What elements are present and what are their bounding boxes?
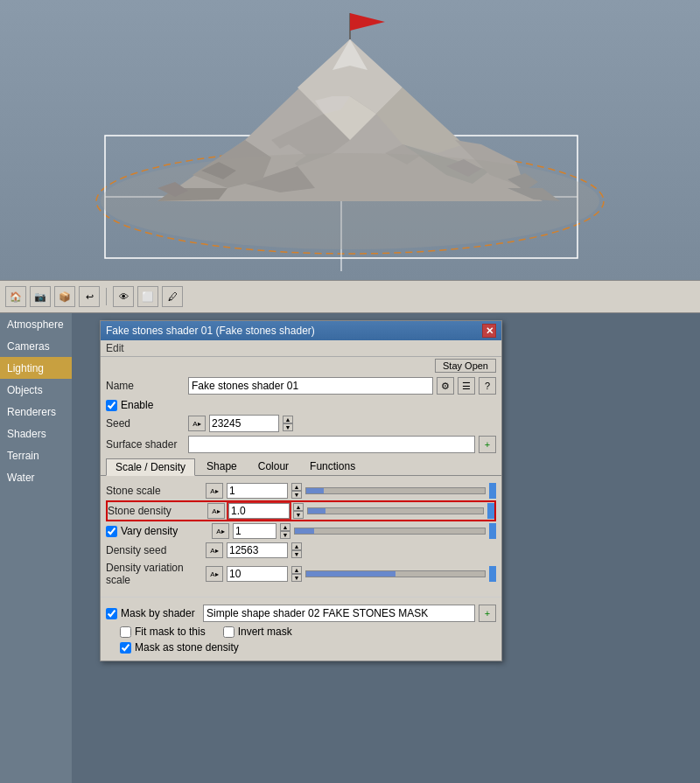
mask-by-shader-label: Mask by shader [121, 607, 200, 619]
name-label: Name [106, 380, 185, 392]
toolbar-edit-btn[interactable]: 🖊 [162, 286, 183, 307]
stone-scale-row: Stone scale A▸ ▲ ▼ [106, 481, 496, 500]
vary-density-anim-btn[interactable]: A▸ [212, 523, 229, 539]
seed-row: Seed A▸ ▲ ▼ [101, 413, 501, 434]
stone-density-blue-btn[interactable] [487, 503, 494, 519]
vary-density-checkbox[interactable] [106, 526, 117, 537]
fit-mask-checkbox[interactable] [120, 626, 131, 638]
toolbar-eye-btn[interactable]: 👁 [113, 286, 134, 307]
mask-as-stone-checkbox[interactable] [120, 642, 131, 654]
vary-density-label: Vary density [121, 525, 208, 537]
surface-shader-label: Surface shader [106, 438, 185, 451]
dialog-tabs: Scale / Density Shape Colour Functions [101, 455, 501, 476]
seed-up[interactable]: ▲ [283, 416, 293, 423]
stone-density-input[interactable] [228, 503, 290, 519]
seed-input[interactable] [209, 415, 279, 432]
toolbar-camera-btn[interactable]: 📷 [30, 286, 51, 307]
shader-dialog: Fake stones shader 01 (Fake stones shade… [100, 320, 502, 661]
dialog-close-button[interactable]: ✕ [482, 324, 496, 338]
mask-shader-input[interactable] [203, 605, 475, 622]
tab-shape[interactable]: Shape [197, 458, 247, 475]
stone-density-slider[interactable] [307, 507, 484, 514]
stone-scale-slider-fill [306, 488, 324, 493]
svg-point-25 [101, 153, 599, 249]
density-seed-down[interactable]: ▼ [291, 550, 302, 558]
stone-density-anim-btn[interactable]: A▸ [207, 503, 225, 519]
mask-by-shader-checkbox[interactable] [106, 608, 117, 619]
density-variation-down[interactable]: ▼ [291, 574, 302, 582]
tab-scale-density[interactable]: Scale / Density [106, 458, 195, 476]
mask-as-stone-row: Mask as stone density [106, 640, 496, 655]
seed-down[interactable]: ▼ [283, 423, 293, 431]
dialog-tab-content: Stone scale A▸ ▲ ▼ Stone density A▸ [101, 476, 501, 593]
vary-density-slider[interactable] [294, 528, 486, 535]
density-seed-anim-btn[interactable]: A▸ [206, 542, 223, 558]
density-variation-slider-fill [306, 571, 396, 577]
fit-mask-label: Fit mask to this [120, 626, 206, 638]
name-list-icon[interactable]: ☰ [458, 377, 475, 395]
density-variation-spinners: ▲ ▼ [291, 566, 302, 582]
sidebar-item-terrain[interactable]: Terrain [0, 444, 72, 466]
stone-scale-up[interactable]: ▲ [291, 483, 302, 491]
toolbar-home-btn[interactable]: 🏠 [5, 286, 26, 307]
tab-functions[interactable]: Functions [300, 458, 365, 475]
sidebar-item-cameras[interactable]: Cameras [0, 335, 72, 357]
name-help-icon[interactable]: ? [479, 377, 496, 395]
sidebar: Atmosphere Cameras Lighting Objects Rend… [0, 313, 72, 783]
invert-mask-label: Invert mask [223, 626, 292, 638]
enable-row: Enable [101, 397, 501, 413]
name-row: Name ⚙ ☰ ? [101, 374, 501, 397]
enable-checkbox[interactable] [106, 400, 117, 411]
vary-density-down[interactable]: ▼ [280, 531, 290, 539]
surface-shader-input[interactable] [188, 436, 475, 453]
surface-shader-row: Surface shader + [101, 434, 501, 455]
name-settings-icon[interactable]: ⚙ [437, 377, 454, 395]
stone-scale-down[interactable]: ▼ [291, 491, 302, 499]
density-seed-up[interactable]: ▲ [291, 542, 302, 550]
mask-by-shader-row: Mask by shader + [106, 603, 496, 624]
dialog-title: Fake stones shader 01 (Fake stones shade… [106, 325, 315, 337]
sidebar-item-renderers[interactable]: Renderers [0, 401, 72, 423]
sidebar-item-atmosphere[interactable]: Atmosphere [0, 313, 72, 335]
sidebar-item-shaders[interactable]: Shaders [0, 423, 72, 444]
tab-colour[interactable]: Colour [248, 458, 298, 475]
stone-scale-spinners: ▲ ▼ [291, 483, 302, 499]
dialog-edit-menu[interactable]: Edit [101, 340, 501, 357]
dialog-bottom: Mask by shader + Fit mask to this Invert… [101, 597, 501, 661]
vary-density-blue-btn[interactable] [489, 523, 496, 539]
seed-anim-btn[interactable]: A▸ [188, 416, 206, 431]
stone-scale-anim-btn[interactable]: A▸ [206, 483, 223, 499]
3d-viewport[interactable] [0, 0, 700, 280]
toolbar-undo-btn[interactable]: ↩ [79, 286, 100, 307]
name-input[interactable] [188, 377, 433, 395]
enable-label: Enable [121, 399, 153, 411]
svg-marker-24 [350, 13, 385, 31]
toolbar: 🏠 📷 📦 ↩ 👁 ⬜ 🖊 [0, 280, 700, 313]
seed-spinners: ▲ ▼ [283, 416, 293, 431]
vary-density-up[interactable]: ▲ [280, 523, 290, 531]
sidebar-item-objects[interactable]: Objects [0, 379, 72, 401]
density-seed-input[interactable] [227, 542, 288, 558]
density-variation-input[interactable] [227, 566, 288, 582]
density-variation-blue-btn[interactable] [489, 566, 496, 582]
stone-scale-blue-btn[interactable] [489, 483, 496, 499]
density-variation-up[interactable]: ▲ [291, 566, 302, 574]
stone-density-down[interactable]: ▼ [293, 511, 304, 519]
seed-label: Seed [106, 417, 185, 430]
toolbar-frame-btn[interactable]: ⬜ [137, 286, 158, 307]
surface-shader-add-icon[interactable]: + [479, 436, 496, 453]
sidebar-item-lighting[interactable]: Lighting [0, 357, 72, 379]
stay-open-button[interactable]: Stay Open [435, 359, 496, 373]
stone-scale-label: Stone scale [106, 485, 202, 497]
sidebar-item-water[interactable]: Water [0, 466, 72, 488]
density-seed-spinners: ▲ ▼ [291, 542, 302, 558]
density-variation-slider[interactable] [305, 570, 486, 577]
mask-shader-add-icon[interactable]: + [479, 605, 496, 622]
stone-scale-input[interactable] [227, 483, 288, 499]
stone-density-up[interactable]: ▲ [293, 503, 304, 511]
density-variation-anim-btn[interactable]: A▸ [206, 566, 223, 582]
invert-mask-checkbox[interactable] [223, 626, 234, 638]
stone-scale-slider[interactable] [305, 487, 486, 494]
toolbar-box-btn[interactable]: 📦 [54, 286, 75, 307]
vary-density-input[interactable] [233, 523, 276, 539]
